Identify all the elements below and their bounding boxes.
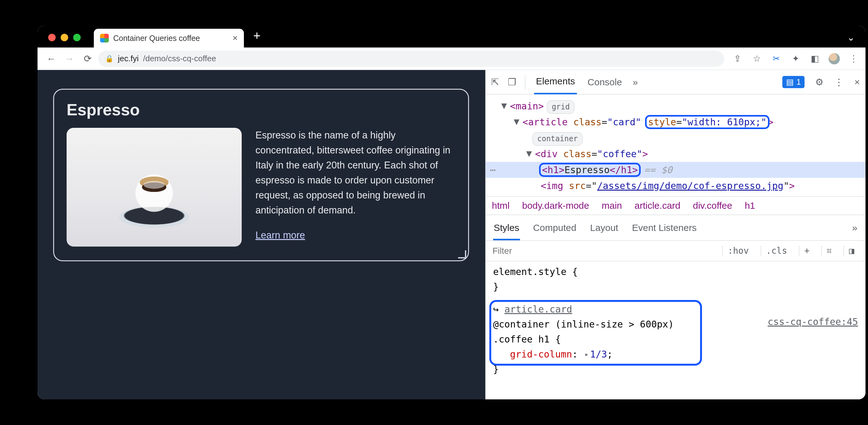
tab-strip: Container Queries coffee × + ⌄ — [37, 26, 866, 47]
crumb[interactable]: h1 — [745, 200, 755, 211]
close-devtools-button[interactable]: × — [854, 77, 860, 88]
resize-handle-icon[interactable] — [458, 250, 466, 258]
lock-icon: 🔒 — [105, 55, 114, 63]
scissors-icon[interactable]: ✂ — [770, 53, 782, 64]
url-host: jec.fyi — [118, 54, 138, 63]
hov-toggle[interactable]: :hov — [722, 246, 753, 256]
crumb[interactable]: main — [601, 200, 622, 211]
coffee-image — [67, 128, 242, 247]
dom-breadcrumbs[interactable]: html body.dark-mode main article.card di… — [486, 196, 866, 215]
devtools-panel: ⇱ ❐ Elements Console » ▤ 1 ⚙ ⋮ × — [485, 70, 866, 399]
devtools-tabs: ⇱ ❐ Elements Console » ▤ 1 ⚙ ⋮ × — [486, 70, 866, 94]
extensions-icon[interactable]: ✦ — [790, 53, 801, 64]
window-controls — [48, 34, 81, 41]
sidepanel-icon[interactable]: ◧ — [809, 53, 820, 64]
browser-window: Container Queries coffee × + ⌄ ← → ⟳ 🔒 j… — [37, 26, 866, 399]
subtabs-overflow-icon[interactable]: » — [851, 219, 858, 240]
tab-console[interactable]: Console — [586, 71, 624, 94]
bookmark-icon[interactable]: ☆ — [751, 53, 762, 64]
device-toolbar-icon[interactable]: ❐ — [508, 76, 516, 88]
close-window-button[interactable] — [48, 34, 56, 41]
tabs-overflow-icon[interactable]: » — [632, 77, 638, 88]
browser-toolbar: ← → ⟳ 🔒 jec.fyi/demo/css-cq-coffee ⇪ ☆ ✂… — [37, 47, 866, 70]
styles-filter-row: :hov .cls + ⌗ ◨ — [486, 241, 866, 261]
browser-tab[interactable]: Container Queries coffee × — [94, 29, 244, 47]
url-path: /demo/css-cq-coffee — [143, 54, 216, 63]
styles-filter-input[interactable] — [486, 246, 716, 256]
dom-tree[interactable]: ▼<main>grid ▼<article class="card" style… — [486, 94, 866, 196]
back-button[interactable]: ← — [44, 51, 59, 66]
card-description: Espresso is the name of a highly concent… — [255, 128, 454, 218]
crumb[interactable]: body.dark-mode — [522, 200, 589, 211]
paint-icon[interactable]: ⌗ — [822, 246, 837, 256]
card-title: Espresso — [67, 100, 454, 119]
container-origin-link[interactable]: article.card — [504, 304, 572, 315]
maximize-window-button[interactable] — [73, 34, 81, 41]
kebab-icon[interactable]: ⋮ — [834, 76, 844, 88]
learn-more-link[interactable]: Learn more — [255, 230, 454, 241]
new-tab-button[interactable]: + — [253, 29, 260, 44]
rule-element-style[interactable]: element.style { } — [493, 264, 858, 294]
gear-icon[interactable]: ⚙ — [815, 76, 824, 88]
subtab-computed[interactable]: Computed — [532, 219, 577, 240]
new-rule-button[interactable]: + — [799, 246, 814, 256]
toolbar-actions: ⇪ ☆ ✂ ✦ ◧ ⋮ — [727, 53, 859, 64]
chat-icon: ▤ — [786, 77, 794, 87]
styles-pane[interactable]: element.style { } ↪ article.card @contai… — [486, 261, 866, 380]
share-icon[interactable]: ⇪ — [732, 53, 743, 64]
subtab-layout[interactable]: Layout — [589, 219, 619, 240]
tab-overflow-button[interactable]: ⌄ — [847, 32, 855, 43]
rule-container-query[interactable]: ↪ article.card @container (inline-size >… — [493, 302, 858, 377]
forward-button[interactable]: → — [62, 51, 77, 66]
profile-avatar[interactable] — [829, 53, 840, 64]
computed-toggle-icon[interactable]: ◨ — [844, 246, 859, 256]
coffee-card: Espresso Espresso is the name of a highl… — [53, 89, 469, 261]
subtab-styles[interactable]: Styles — [493, 219, 520, 240]
minimize-window-button[interactable] — [61, 34, 68, 41]
issues-badge[interactable]: ▤ 1 — [782, 76, 805, 88]
subtab-event-listeners[interactable]: Event Listeners — [631, 219, 697, 240]
menu-icon[interactable]: ⋮ — [848, 53, 859, 64]
cls-toggle[interactable]: .cls — [761, 246, 792, 256]
favicon-icon — [100, 34, 109, 42]
source-link[interactable]: css-cq-coffee:45 — [768, 315, 858, 329]
crumb[interactable]: div.coffee — [693, 200, 732, 211]
grid-badge[interactable]: grid — [547, 100, 575, 114]
issues-count: 1 — [796, 77, 801, 87]
crumb[interactable]: article.card — [634, 200, 680, 211]
img-src-link[interactable]: /assets/img/demo/cof-espresso.jpg — [597, 180, 783, 191]
address-bar[interactable]: 🔒 jec.fyi/demo/css-cq-coffee — [98, 51, 724, 67]
container-badge[interactable]: container — [532, 132, 583, 145]
tab-title: Container Queries coffee — [113, 34, 200, 43]
close-tab-button[interactable]: × — [232, 33, 238, 43]
inspect-icon[interactable]: ⇱ — [491, 76, 499, 88]
reload-button[interactable]: ⟳ — [80, 51, 95, 66]
page-viewport: Espresso Espresso is the name of a highl… — [37, 70, 485, 399]
selected-dom-node[interactable]: <h1>Espresso</h1>== $0 — [486, 162, 866, 178]
tab-elements[interactable]: Elements — [534, 70, 577, 94]
styles-subtabs: Styles Computed Layout Event Listeners » — [486, 215, 866, 241]
crumb[interactable]: html — [492, 200, 510, 211]
